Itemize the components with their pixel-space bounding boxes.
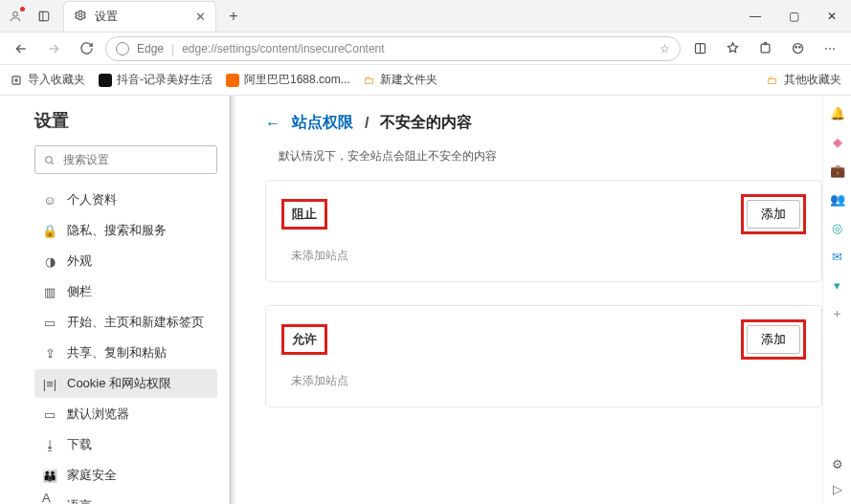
svg-line-13 [51, 162, 53, 164]
resize-handle[interactable] [230, 96, 236, 504]
allow-title: 允许 [281, 324, 327, 355]
settings-content: ← 站点权限 / 不安全的内容 默认情况下，安全站点会阻止不安全的内容 阻止 添… [236, 96, 851, 504]
games-icon[interactable]: 👥 [830, 191, 845, 207]
chat-icon[interactable]: 🔔 [830, 105, 845, 121]
svg-point-8 [793, 44, 802, 54]
folder-icon: 🗀 [364, 74, 375, 87]
search-icon [43, 154, 56, 166]
block-add-button[interactable]: 添加 [747, 200, 800, 229]
home-icon: ▭ [42, 316, 57, 330]
address-separator: | [171, 42, 174, 55]
language-icon: Aあ [42, 491, 57, 505]
family-icon: 👪 [42, 469, 57, 483]
address-bar[interactable]: Edge | edge://settings/content/insecureC… [105, 36, 681, 61]
settings-sidebar: 设置 ☺个人资料 🔒隐私、搜索和服务 ◑外观 ▥侧栏 ▭开始、主页和新建标签页 … [0, 96, 230, 504]
breadcrumb-back-icon[interactable]: ← [265, 115, 280, 132]
menu-cookies[interactable]: |≡|Cookie 和网站权限 [34, 369, 217, 398]
bookmark-other[interactable]: 🗀 其他收藏夹 [767, 72, 841, 88]
sidebar-add-icon[interactable]: ＋ [830, 306, 845, 321]
minimize-button[interactable]: — [736, 3, 774, 30]
bookmarks-bar: 导入收藏夹 抖音-记录美好生活 阿里巴巴1688.com... 🗀 新建文件夹 … [0, 65, 851, 96]
svg-point-12 [46, 156, 53, 163]
breadcrumb: ← 站点权限 / 不安全的内容 [265, 113, 822, 133]
collections-icon[interactable] [686, 35, 713, 62]
edge-sidebar: 🔔 ◆ 💼 👥 ◎ ✉ ▾ ＋ [822, 96, 851, 504]
shopping-icon[interactable]: ◆ [830, 134, 845, 149]
breadcrumb-sep: / [365, 115, 369, 132]
bookmark-label: 新建文件夹 [380, 72, 437, 88]
svg-rect-6 [761, 44, 770, 53]
tab-actions-icon[interactable] [31, 3, 57, 30]
menu-family[interactable]: 👪家庭安全 [34, 461, 217, 490]
mail-icon[interactable]: ◎ [830, 220, 845, 235]
bookmark-import[interactable]: 导入收藏夹 [10, 72, 85, 88]
allow-empty-text: 未添加站点 [291, 373, 806, 389]
settings-search[interactable] [34, 145, 217, 174]
more-icon[interactable]: ⋯ [817, 35, 843, 62]
menu-appearance[interactable]: ◑外观 [34, 247, 217, 275]
menu-share[interactable]: ⇪共享、复制和粘贴 [34, 339, 217, 367]
maximize-button[interactable]: ▢ [774, 3, 813, 30]
browser-icon: ▭ [42, 407, 57, 422]
page-description: 默认情况下，安全站点会阻止不安全的内容 [279, 148, 822, 164]
bookmark-label: 其他收藏夹 [784, 72, 841, 88]
breadcrumb-parent[interactable]: 站点权限 [292, 113, 353, 133]
new-tab-button[interactable]: + [220, 3, 247, 30]
account-icon[interactable] [784, 35, 811, 62]
workspace: 设置 ☺个人资料 🔒隐私、搜索和服务 ◑外观 ▥侧栏 ▭开始、主页和新建标签页 … [0, 96, 851, 504]
settings-menu: ☺个人资料 🔒隐私、搜索和服务 ◑外观 ▥侧栏 ▭开始、主页和新建标签页 ⇪共享… [34, 186, 217, 504]
menu-languages[interactable]: Aあ语言 [34, 492, 217, 504]
share-icon: ⇪ [42, 346, 57, 361]
gear-icon [74, 9, 87, 25]
folder-icon: 🗀 [767, 74, 778, 87]
block-section: 阻止 添加 未添加站点 [265, 180, 822, 282]
menu-sidebar[interactable]: ▥侧栏 [34, 277, 217, 306]
bookmark-label: 导入收藏夹 [28, 72, 85, 88]
svg-point-0 [13, 11, 18, 16]
add-highlight: 添加 [741, 194, 806, 234]
svg-point-9 [795, 47, 796, 49]
favorites-bar-icon[interactable] [719, 35, 746, 62]
sidebar-collapse-icon[interactable]: ▷ [830, 481, 845, 496]
bookmark-douyin[interactable]: 抖音-记录美好生活 [99, 72, 213, 88]
menu-profile[interactable]: ☺个人资料 [34, 186, 217, 214]
allow-add-button[interactable]: 添加 [747, 325, 800, 354]
svg-rect-1 [39, 11, 48, 20]
back-button[interactable] [8, 35, 34, 62]
favorite-icon[interactable]: ☆ [660, 42, 670, 55]
browser-tab[interactable]: 设置 ✕ [63, 1, 216, 32]
tools-icon[interactable]: 💼 [830, 163, 845, 178]
alibaba-icon [226, 74, 239, 87]
close-tab-icon[interactable]: ✕ [195, 10, 206, 24]
douyin-icon [99, 74, 112, 87]
menu-start[interactable]: ▭开始、主页和新建标签页 [34, 308, 217, 337]
bookmark-label: 抖音-记录美好生活 [117, 72, 213, 88]
add-highlight: 添加 [741, 319, 806, 360]
close-window-button[interactable]: ✕ [813, 3, 851, 30]
bookmark-alibaba[interactable]: 阿里巴巴1688.com... [226, 72, 350, 88]
outlook-icon[interactable]: ✉ [830, 249, 845, 264]
download-icon: ⭳ [42, 438, 57, 452]
drop-icon[interactable]: ▾ [830, 277, 845, 293]
svg-rect-2 [39, 11, 43, 20]
extensions-icon[interactable] [751, 35, 778, 62]
refresh-button[interactable] [73, 35, 100, 62]
bookmark-newfolder[interactable]: 🗀 新建文件夹 [364, 72, 437, 88]
lock-icon: 🔒 [42, 224, 57, 238]
breadcrumb-current: 不安全的内容 [380, 113, 472, 133]
menu-default-browser[interactable]: ▭默认浏览器 [34, 400, 217, 428]
block-title: 阻止 [281, 199, 327, 230]
address-scheme: Edge [137, 42, 164, 55]
forward-button [40, 35, 67, 62]
address-url: edge://settings/content/insecureContent [182, 42, 384, 55]
sidebar-settings-icon[interactable]: ⚙ [830, 456, 845, 471]
allow-section: 允许 添加 未添加站点 [265, 305, 822, 407]
profile-icon: ☺ [42, 193, 57, 208]
search-input[interactable] [63, 153, 209, 166]
menu-downloads[interactable]: ⭳下载 [34, 430, 217, 459]
block-empty-text: 未添加站点 [291, 248, 806, 264]
settings-heading: 设置 [34, 109, 217, 132]
menu-privacy[interactable]: 🔒隐私、搜索和服务 [34, 216, 217, 245]
profile-icon[interactable] [0, 3, 31, 30]
appearance-icon: ◑ [42, 254, 57, 269]
